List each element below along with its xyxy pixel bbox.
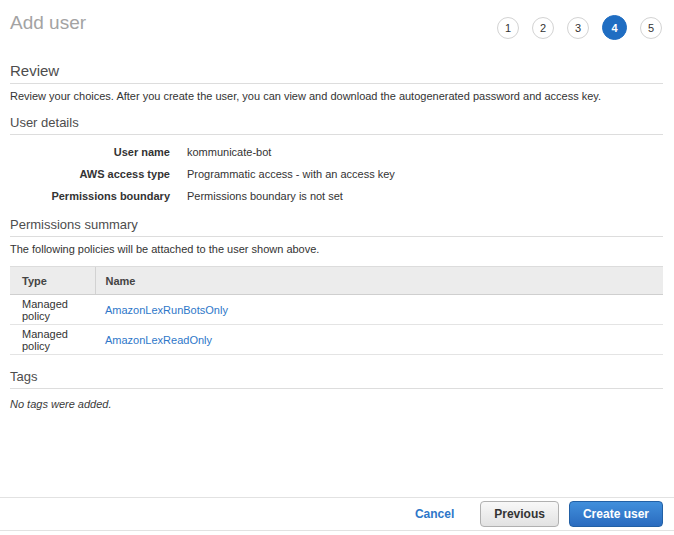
detail-value: kommunicate-bot bbox=[187, 146, 271, 159]
permissions-summary-description: The following policies will be attached … bbox=[10, 243, 663, 256]
attached-policies-table: Type Name Managed policy AmazonLexRunBot… bbox=[10, 266, 663, 355]
policy-type-cell: Managed policy bbox=[10, 325, 95, 355]
policy-type-cell: Managed policy bbox=[10, 295, 95, 325]
wizard-step-indicator: 1 2 3 4 5 bbox=[497, 15, 662, 40]
detail-label: User name bbox=[10, 146, 170, 159]
permissions-summary-heading: Permissions summary bbox=[10, 217, 663, 237]
table-row: Managed policy AmazonLexReadOnly bbox=[10, 325, 663, 355]
user-details-heading: User details bbox=[10, 115, 663, 135]
detail-label: Permissions boundary bbox=[10, 190, 170, 203]
step-indicator-1: 1 bbox=[497, 17, 519, 39]
column-header-name: Name bbox=[95, 267, 663, 295]
policy-link-amazonlexreadonly[interactable]: AmazonLexReadOnly bbox=[105, 334, 212, 346]
tags-heading: Tags bbox=[10, 369, 663, 389]
step-indicator-5: 5 bbox=[640, 17, 662, 39]
policy-link-amazonlexrunbotsonly[interactable]: AmazonLexRunBotsOnly bbox=[105, 304, 228, 316]
detail-row-user-name: User name kommunicate-bot bbox=[10, 146, 663, 159]
previous-button[interactable]: Previous bbox=[480, 501, 559, 527]
column-header-type: Type bbox=[10, 267, 95, 295]
detail-value: Permissions boundary is not set bbox=[187, 190, 343, 203]
step-indicator-4-active: 4 bbox=[602, 15, 627, 40]
detail-row-access-type: AWS access type Programmatic access - wi… bbox=[10, 168, 663, 181]
detail-value: Programmatic access - with an access key bbox=[187, 168, 395, 181]
create-user-button[interactable]: Create user bbox=[569, 501, 663, 527]
detail-label: AWS access type bbox=[10, 168, 170, 181]
review-heading: Review bbox=[10, 62, 663, 84]
detail-row-permissions-boundary: Permissions boundary Permissions boundar… bbox=[10, 190, 663, 203]
wizard-footer: Cancel Previous Create user bbox=[0, 497, 674, 531]
tags-empty-message: No tags were added. bbox=[10, 398, 663, 410]
table-row: Managed policy AmazonLexRunBotsOnly bbox=[10, 295, 663, 325]
cancel-link[interactable]: Cancel bbox=[415, 507, 454, 521]
review-description: Review your choices. After you create th… bbox=[10, 90, 663, 103]
step-indicator-2: 2 bbox=[532, 17, 554, 39]
table-header-row: Type Name bbox=[10, 267, 663, 295]
add-user-wizard: Add user 1 2 3 4 5 Review Review your ch… bbox=[0, 0, 674, 535]
user-details-list: User name kommunicate-bot AWS access typ… bbox=[10, 146, 663, 203]
step-indicator-3: 3 bbox=[567, 17, 589, 39]
